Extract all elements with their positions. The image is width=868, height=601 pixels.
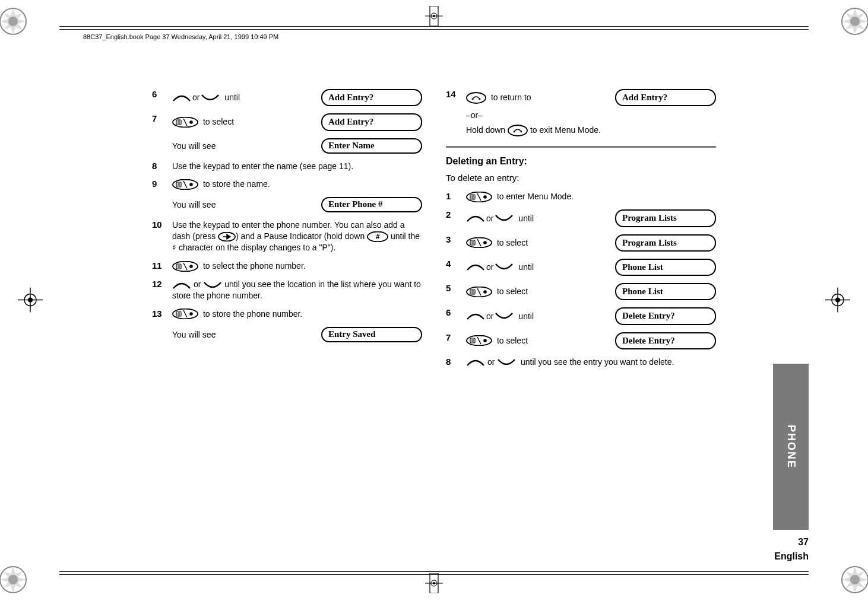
menu-button-icon bbox=[172, 179, 198, 190]
up-arc-icon bbox=[172, 94, 191, 102]
up-arc-icon bbox=[172, 281, 191, 290]
hold-text: Hold down to exit Menu Mode. bbox=[466, 125, 716, 136]
delete-step-6: 6 or until Delete Entry? bbox=[446, 307, 716, 325]
registration-mark-left bbox=[18, 287, 43, 314]
page-number: 37 bbox=[774, 537, 809, 548]
right-button-icon bbox=[218, 232, 236, 241]
up-arc-icon bbox=[466, 214, 485, 222]
label-until: until bbox=[224, 92, 240, 103]
left-column: 6 or until Add Entry? 7 to select Add En… bbox=[152, 89, 422, 375]
step-7-sub: You will see Enter Name bbox=[172, 138, 422, 154]
down-arc-icon bbox=[495, 263, 514, 271]
corner-rosette-br bbox=[838, 563, 868, 596]
step-number: 8 bbox=[152, 161, 172, 171]
step-number: 10 bbox=[152, 220, 172, 230]
step-text: or until you see the location in the lis… bbox=[172, 279, 422, 301]
delete-step-4: 4 or until Phone List bbox=[446, 259, 716, 276]
label-or: or bbox=[192, 92, 199, 103]
menu-button-icon bbox=[172, 309, 198, 319]
corner-rosette-tr bbox=[838, 5, 868, 38]
page-footer: 37 English bbox=[774, 537, 809, 562]
step-number: 8 bbox=[446, 357, 466, 367]
end-button-icon bbox=[508, 125, 528, 136]
up-arc-icon bbox=[466, 358, 485, 367]
delete-step-2: 2 or until Program Lists bbox=[446, 209, 716, 227]
spine-mark-top bbox=[425, 6, 443, 28]
step-text: or until you see the entry you want to d… bbox=[466, 357, 716, 368]
pause-char: ♯ bbox=[172, 243, 176, 252]
down-arc-icon bbox=[203, 281, 222, 290]
display-pill: Program Lists bbox=[615, 234, 716, 252]
step-number: 4 bbox=[446, 259, 466, 269]
step-7: 7 to select Add Entry? bbox=[152, 113, 422, 131]
section-heading: Deleting an Entry: bbox=[446, 156, 716, 167]
step-8: 8 Use the keypad to enter the name (see … bbox=[152, 161, 422, 172]
display-pill: Phone List bbox=[615, 283, 716, 300]
display-pill: Delete Entry? bbox=[615, 307, 716, 325]
step-number: 3 bbox=[446, 234, 466, 244]
step-number: 6 bbox=[446, 307, 466, 317]
corner-rosette-bl bbox=[0, 563, 30, 596]
sub-label: You will see bbox=[172, 330, 216, 339]
step-text: Use the keypad to enter the name (see pa… bbox=[172, 161, 422, 172]
menu-button-icon bbox=[466, 237, 492, 248]
step-number: 14 bbox=[446, 89, 466, 99]
language-label: English bbox=[774, 551, 809, 562]
display-pill: Phone List bbox=[615, 259, 716, 276]
sub-label: You will see bbox=[172, 141, 216, 151]
step-10: 10 Use the keypad to enter the phone num… bbox=[152, 220, 422, 253]
display-pill: Delete Entry? bbox=[615, 332, 716, 349]
step-number: 2 bbox=[446, 209, 466, 220]
delete-step-3: 3 to select Program Lists bbox=[446, 234, 716, 252]
step-number: 9 bbox=[152, 179, 172, 189]
display-pill: Add Entry? bbox=[321, 113, 422, 131]
menu-button-icon bbox=[172, 117, 198, 128]
end-button-icon bbox=[466, 92, 486, 104]
section-tab-phone: PHONE bbox=[773, 364, 809, 530]
up-arc-icon bbox=[466, 263, 485, 271]
page-content: 6 or until Add Entry? 7 to select Add En… bbox=[152, 89, 716, 375]
display-pill: Add Entry? bbox=[321, 89, 422, 106]
menu-button-icon bbox=[172, 261, 198, 272]
spine-mark-bottom bbox=[425, 573, 443, 595]
menu-button-icon bbox=[466, 192, 492, 202]
menu-button-icon bbox=[466, 287, 492, 297]
delete-step-8: 8 or until you see the entry you want to… bbox=[446, 357, 716, 368]
step-number: 12 bbox=[152, 279, 172, 289]
up-arc-icon bbox=[466, 312, 485, 320]
step-13-sub: You will see Entry Saved bbox=[172, 327, 422, 342]
sub-label: You will see bbox=[172, 200, 216, 209]
step-label: to store the phone number. bbox=[203, 309, 302, 320]
or-label: –or– bbox=[466, 110, 716, 121]
step-label: to select the phone number. bbox=[203, 260, 306, 272]
down-arc-icon bbox=[495, 312, 514, 320]
step-number: 7 bbox=[152, 113, 172, 123]
step-9: 9 to store the name. bbox=[152, 179, 422, 190]
section-divider bbox=[446, 146, 716, 148]
step-label: to return to bbox=[491, 92, 531, 103]
delete-step-1: 1 to enter Menu Mode. bbox=[446, 191, 716, 202]
step-number: 1 bbox=[446, 191, 466, 201]
delete-step-5: 5 to select Phone List bbox=[446, 283, 716, 300]
step-label: to enter Menu Mode. bbox=[497, 191, 574, 202]
step-11: 11 to select the phone number. bbox=[152, 260, 422, 272]
step-9-sub: You will see Enter Phone # bbox=[172, 197, 422, 212]
step-number: 5 bbox=[446, 283, 466, 293]
hash-button-icon bbox=[367, 231, 388, 242]
display-pill: Enter Name bbox=[321, 138, 422, 154]
menu-button-icon bbox=[466, 335, 492, 346]
display-pill: Add Entry? bbox=[615, 89, 716, 106]
down-arc-icon bbox=[497, 358, 516, 367]
step-label: to select bbox=[203, 116, 234, 128]
registration-mark-right bbox=[825, 287, 850, 314]
step-number: 6 bbox=[152, 89, 172, 99]
step-14: 14 to return to Add Entry? –or– Hold dow… bbox=[446, 89, 716, 136]
step-text: Use the keypad to enter the phone number… bbox=[172, 220, 422, 253]
step-12: 12 or until you see the location in the … bbox=[152, 279, 422, 301]
display-pill: Entry Saved bbox=[321, 327, 422, 342]
section-tab-label: PHONE bbox=[785, 425, 797, 469]
step-13: 13 to store the phone number. bbox=[152, 309, 422, 320]
section-intro: To delete an entry: bbox=[446, 173, 716, 183]
step-label: to store the name. bbox=[203, 179, 270, 190]
corner-rosette-tl bbox=[0, 5, 30, 38]
